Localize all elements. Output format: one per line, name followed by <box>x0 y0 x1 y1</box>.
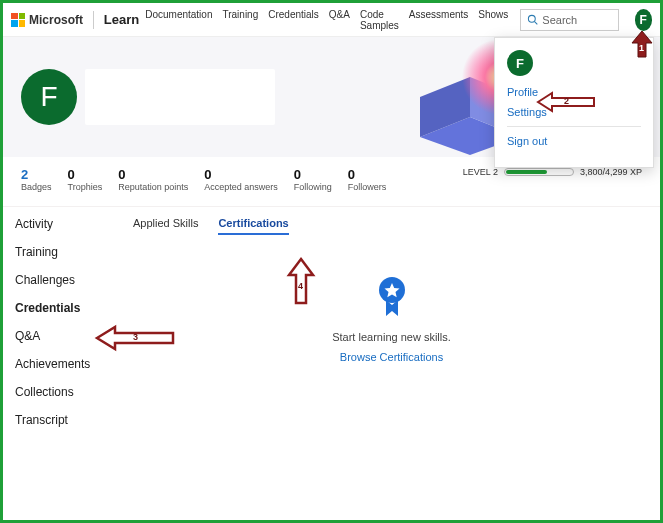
svg-line-1 <box>535 22 538 25</box>
level-indicator: LEVEL 2 3,800/4,299 XP <box>463 167 642 177</box>
nav-documentation[interactable]: Documentation <box>145 9 212 31</box>
search-icon <box>527 14 538 25</box>
nav-assessments[interactable]: Assessments <box>409 9 468 31</box>
microsoft-logo-text: Microsoft <box>29 13 83 27</box>
stat-trophies[interactable]: 0Trophies <box>68 167 103 192</box>
nav-training[interactable]: Training <box>222 9 258 31</box>
ribbon-icon <box>375 275 409 319</box>
microsoft-logo-icon <box>11 13 25 27</box>
side-transcript[interactable]: Transcript <box>15 413 113 427</box>
user-menu-dropdown: F Profile Settings Sign out <box>494 37 654 168</box>
menu-settings[interactable]: Settings <box>507 106 641 118</box>
side-challenges[interactable]: Challenges <box>15 273 113 287</box>
content-area: Applied Skills Certifications Start lear… <box>113 207 660 437</box>
top-nav: Microsoft Learn Documentation Training C… <box>3 3 660 37</box>
stat-followers[interactable]: 0Followers <box>348 167 387 192</box>
level-label: LEVEL 2 <box>463 167 498 177</box>
microsoft-logo[interactable]: Microsoft <box>11 13 83 27</box>
search-box[interactable]: Search <box>520 9 618 31</box>
nav-links: Documentation Training Credentials Q&A C… <box>145 9 508 31</box>
side-collections[interactable]: Collections <box>15 385 113 399</box>
svg-point-0 <box>529 15 536 22</box>
nav-divider <box>93 11 94 29</box>
side-credentials[interactable]: Credentials <box>15 301 113 315</box>
tab-certifications[interactable]: Certifications <box>218 217 288 235</box>
stat-following[interactable]: 0Following <box>294 167 332 192</box>
stat-accepted[interactable]: 0Accepted answers <box>204 167 278 192</box>
level-progress-bar <box>504 168 574 176</box>
nav-code-samples[interactable]: Code Samples <box>360 9 399 31</box>
side-nav: Activity Training Challenges Credentials… <box>3 207 113 437</box>
menu-signout[interactable]: Sign out <box>507 135 641 147</box>
side-achievements[interactable]: Achievements <box>15 357 113 371</box>
side-qa[interactable]: Q&A <box>15 329 113 343</box>
dropdown-avatar: F <box>507 50 533 76</box>
browse-certifications-link[interactable]: Browse Certifications <box>133 351 650 363</box>
profile-avatar: F <box>21 69 77 125</box>
profile-name-placeholder <box>85 69 275 125</box>
nav-credentials[interactable]: Credentials <box>268 9 319 31</box>
sub-tabs: Applied Skills Certifications <box>133 217 650 235</box>
empty-text: Start learning new skills. <box>133 331 650 343</box>
stat-reputation[interactable]: 0Reputation points <box>118 167 188 192</box>
product-name[interactable]: Learn <box>104 12 139 27</box>
empty-state: Start learning new skills. Browse Certif… <box>133 275 650 363</box>
nav-shows[interactable]: Shows <box>478 9 508 31</box>
tab-applied-skills[interactable]: Applied Skills <box>133 217 198 235</box>
level-xp: 3,800/4,299 XP <box>580 167 642 177</box>
menu-profile[interactable]: Profile <box>507 86 641 98</box>
side-activity[interactable]: Activity <box>15 217 113 231</box>
search-placeholder: Search <box>542 14 577 26</box>
nav-qa[interactable]: Q&A <box>329 9 350 31</box>
stat-badges[interactable]: 2Badges <box>21 167 52 192</box>
dropdown-divider <box>507 126 641 127</box>
side-training[interactable]: Training <box>15 245 113 259</box>
user-avatar-button[interactable]: F <box>635 9 652 31</box>
